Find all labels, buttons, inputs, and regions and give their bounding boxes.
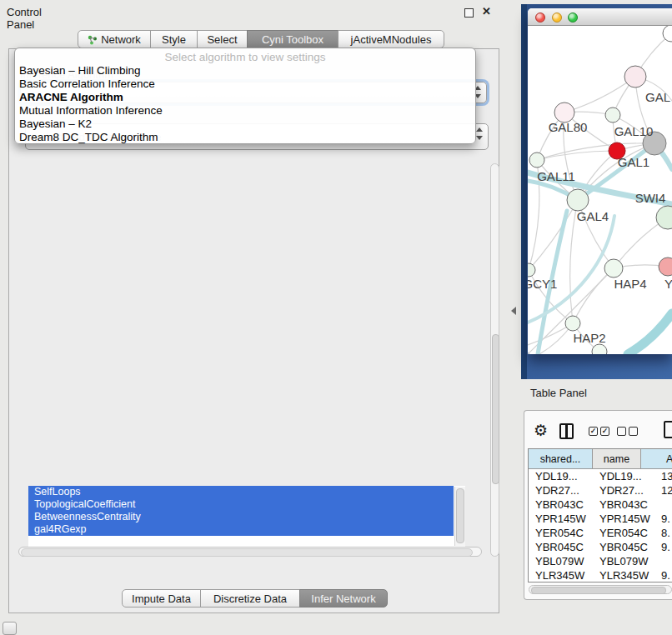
column-header-name[interactable]: name [593, 449, 641, 469]
table-row[interactable]: YDR27...YDR27...12 [529, 483, 672, 498]
close-traffic-light[interactable] [535, 12, 545, 22]
table-cell: YBL079W [535, 554, 584, 568]
tab-label: Cyni Toolbox [262, 33, 323, 46]
column-header-shared...[interactable]: shared... [529, 449, 593, 469]
algorithm-option[interactable]: Bayesian – Hill Climbing [19, 64, 471, 78]
network-graph[interactable]: GALGAL80GAL10GAL1GAL11GAL4SWI4GCY1HAP4YH… [528, 26, 672, 354]
settings-horizontal-scrollbar[interactable] [18, 547, 482, 557]
network-node-gal11[interactable] [529, 152, 544, 168]
table-cell: 8. [661, 526, 670, 540]
minimize-traffic-light[interactable] [552, 12, 562, 22]
tab-label: Style [162, 33, 186, 46]
network-node-bottom[interactable] [592, 344, 607, 354]
tab-discretize-data[interactable]: Discretize Data [200, 589, 300, 608]
network-canvas[interactable]: GALGAL80GAL10GAL1GAL11GAL4SWI4GCY1HAP4YH… [528, 26, 672, 354]
table-cell: 9. [661, 568, 670, 582]
network-node-y[interactable] [659, 258, 672, 276]
network-edge[interactable] [564, 77, 635, 112]
float-window-icon[interactable] [464, 8, 474, 18]
table-cell: 12 [661, 483, 672, 498]
tab-select[interactable]: Select [197, 30, 248, 48]
network-node-gal[interactable] [624, 66, 646, 88]
attribute-list-item[interactable]: BetweennessCentrality [28, 511, 454, 523]
tab-cyni-toolbox[interactable]: Cyni Toolbox [247, 30, 339, 48]
network-node-label: SWI4 [635, 191, 666, 205]
gear-icon[interactable]: ⚙ [534, 421, 548, 440]
minimized-panel-icon[interactable] [3, 622, 17, 635]
checked-checkbox-icon[interactable]: ✓ [589, 427, 598, 436]
network-node-hap4[interactable] [604, 259, 623, 278]
table-cell: YBR045C [599, 540, 648, 554]
network-node-hap2[interactable] [565, 316, 580, 331]
network-node-label: GAL1 [618, 155, 649, 169]
document-icon[interactable] [664, 421, 672, 438]
network-node-gal4[interactable] [567, 189, 589, 211]
data-attributes-list[interactable]: SelfLoopsTopologicalCoefficientBetweenne… [28, 486, 465, 547]
network-view-window[interactable]: GALGAL80GAL10GAL1GAL11GAL4SWI4GCY1HAP4YH… [528, 8, 672, 354]
zoom-traffic-light[interactable] [568, 12, 578, 22]
network-node-label: HAP4 [614, 277, 646, 291]
table-cell: YDR27... [599, 483, 644, 498]
algorithm-dropdown-popup: Select algorithm to view settings Bayesi… [14, 48, 476, 144]
table-cell: YDL19... [535, 469, 578, 483]
settings-vertical-scrollbar[interactable] [490, 163, 499, 557]
scrollbar-thumb[interactable] [531, 587, 666, 594]
table-row[interactable]: YBR045CYBR045C9. [529, 540, 672, 554]
columns-icon[interactable] [559, 423, 574, 439]
tab-style[interactable]: Style [150, 30, 198, 48]
algorithm-option[interactable]: Dream8 DC_TDC Algorithm [19, 131, 471, 144]
control-panel-title: Control Panel [7, 6, 42, 31]
scrollbar-thumb[interactable] [492, 334, 499, 484]
algorithm-option-list: Bayesian – Hill ClimbingBasic Correlatio… [19, 64, 471, 144]
network-node-gal10[interactable] [605, 108, 620, 122]
table-cell: YER054C [599, 526, 648, 540]
table-cell: YLR345W [535, 568, 584, 582]
unchecked-checkbox-icon[interactable] [629, 427, 638, 436]
table-row[interactable]: YBR043CYBR043C [529, 498, 672, 512]
algorithm-option[interactable]: Mutual Information Inference [19, 104, 471, 118]
algorithm-option[interactable]: Basic Correlation Inference [19, 78, 471, 91]
attribute-list-item[interactable]: SelfLoops [28, 486, 454, 498]
table-row[interactable]: YLR345WYLR345W9. [529, 568, 672, 582]
tab-label: Discretize Data [213, 592, 287, 605]
node-table[interactable]: shared...nameA YDL19...YDL19...13YDR27..… [528, 448, 672, 582]
table-cell: YER054C [535, 526, 584, 540]
network-node-label: GAL10 [614, 124, 654, 138]
table-body: YDL19...YDL19...13YDR27...YDR27...12YBR0… [529, 469, 672, 582]
table-cell: YPR145W [535, 512, 586, 526]
table-row[interactable]: YER054CYER054C8. [529, 526, 672, 540]
algorithm-option[interactable]: Bayesian – K2 [19, 118, 471, 131]
network-node-gcy1[interactable] [528, 263, 535, 277]
tab-label: Network [101, 33, 141, 46]
tab-label: Impute Data [132, 592, 191, 605]
attribute-list-item[interactable]: gal4RGexp [28, 523, 454, 536]
column-header-A[interactable]: A [641, 449, 672, 469]
table-cell: YLR345W [599, 568, 649, 582]
tab-label: jActiveMNodules [351, 33, 432, 46]
network-edge-thick[interactable] [628, 313, 672, 354]
network-edge[interactable] [537, 151, 617, 160]
table-row[interactable]: YDL19...YDL19...13 [529, 469, 672, 483]
tab-jactivemnodules[interactable]: jActiveMNodules [338, 30, 444, 48]
network-node-label: GAL80 [549, 120, 588, 134]
table-panel-title: Table Panel [530, 387, 587, 399]
attributes-list-scrollbar[interactable] [454, 487, 465, 546]
window-titlebar[interactable] [528, 8, 672, 26]
algorithm-option[interactable]: ARACNE Algorithm [19, 91, 471, 104]
table-row[interactable]: YBL079WYBL079W [529, 554, 672, 568]
unchecked-checkbox-icon[interactable] [617, 427, 626, 436]
table-row[interactable]: YPR145WYPR145W9. [529, 512, 672, 526]
scrollbar-thumb[interactable] [456, 488, 464, 543]
tab-impute-data[interactable]: Impute Data [122, 589, 201, 608]
tab-network[interactable]: Network [78, 30, 151, 48]
checked-checkbox-icon[interactable]: ✓ [600, 427, 609, 436]
table-cell: YBL079W [599, 554, 649, 568]
network-edge[interactable] [573, 268, 614, 323]
attribute-list-item[interactable]: TopologicalCoefficient [28, 498, 454, 511]
network-node-swi4[interactable] [656, 206, 672, 229]
scrollbar-thumb[interactable] [21, 548, 473, 557]
table-horizontal-scrollbar[interactable] [529, 585, 672, 594]
tab-infer-network[interactable]: Infer Network [299, 589, 388, 608]
collapse-arrow-icon[interactable] [511, 307, 516, 315]
close-icon[interactable]: ✕ [482, 5, 491, 18]
